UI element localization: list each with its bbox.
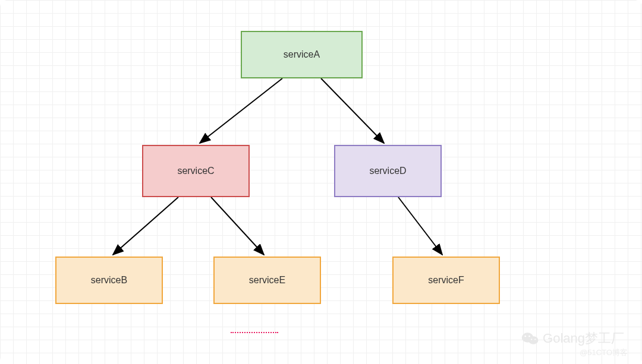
svg-point-4 [528, 335, 530, 337]
watermark-credit: @51CTO博客 [580, 347, 628, 358]
watermark-logo-text: Golang梦工厂 [543, 330, 624, 347]
svg-point-6 [534, 338, 536, 340]
wechat-icon [521, 331, 539, 346]
svg-point-2 [528, 336, 539, 344]
node-label: serviceC [177, 166, 214, 176]
node-service-d[interactable]: serviceD [334, 145, 442, 197]
node-label: serviceF [428, 275, 464, 286]
node-label: serviceE [249, 275, 285, 286]
node-service-a[interactable]: serviceA [241, 31, 363, 78]
node-service-b[interactable]: serviceB [55, 257, 163, 304]
node-label: serviceD [369, 166, 406, 176]
node-service-e[interactable]: serviceE [213, 257, 321, 304]
svg-point-5 [531, 338, 532, 340]
svg-point-3 [524, 335, 526, 337]
node-service-f[interactable]: serviceF [392, 257, 500, 304]
ellipsis-dots [231, 332, 278, 333]
node-label: serviceB [91, 275, 127, 286]
watermark-logo: Golang梦工厂 [521, 330, 624, 347]
node-service-c[interactable]: serviceC [142, 145, 250, 197]
node-label: serviceA [284, 49, 320, 60]
